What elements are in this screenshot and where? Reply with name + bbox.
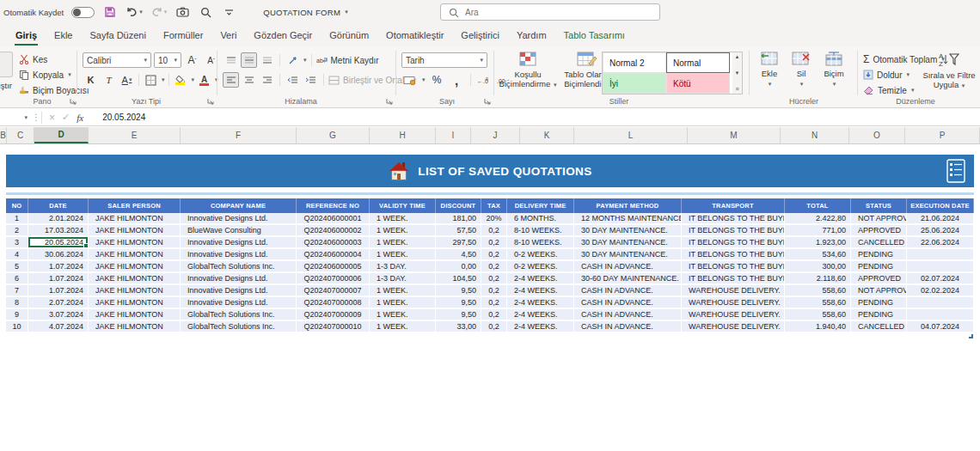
cell[interactable]: Innovative Designs Ltd. xyxy=(181,297,297,308)
cell[interactable]: 9,50 xyxy=(436,297,481,308)
gallery-down-icon[interactable]: ▼ xyxy=(735,70,740,76)
column-header-E[interactable]: E xyxy=(89,127,181,143)
cell[interactable]: WAREHOUSE DELIVERY. xyxy=(682,309,785,320)
cell[interactable]: 4.07.2024 xyxy=(28,321,89,332)
chevron-down-icon[interactable]: ▾ xyxy=(422,76,426,83)
cell[interactable]: 8 xyxy=(6,297,28,308)
cell[interactable]: GlobalTech Solutions Inc. xyxy=(181,309,297,320)
customize-qat-icon[interactable] xyxy=(221,3,236,21)
font-name-combo[interactable]: Calibri▾ xyxy=(83,52,151,68)
cell[interactable]: JAKE HILMONTON xyxy=(89,225,181,235)
cell[interactable]: 02.07.2024 xyxy=(907,273,974,283)
cell[interactable] xyxy=(907,249,974,259)
cell[interactable]: Innovative Designs Ltd. xyxy=(181,249,297,259)
cell[interactable]: 9,50 xyxy=(436,309,481,320)
cell[interactable]: 2-4 WEEKS. xyxy=(507,285,574,296)
cell[interactable]: 30-60 DAY MAINTENANCE. xyxy=(574,273,682,283)
cell[interactable]: 10 xyxy=(6,321,28,332)
styles-gallery-scrollbar[interactable]: ▲ ▼ ≡ xyxy=(732,52,743,94)
cell[interactable]: CASH IN ADVANCE. xyxy=(574,309,682,320)
tab-gözden-geçir[interactable]: Gözden Geçir xyxy=(245,26,321,46)
cell[interactable]: JAKE HILMONTON xyxy=(89,237,181,247)
cell[interactable]: 2-4 WEEKS. xyxy=(507,309,574,320)
form-panel-icon[interactable] xyxy=(946,159,965,183)
cell[interactable]: 57,50 xyxy=(436,225,481,235)
cell[interactable]: GlobalTech Solutions Inc. xyxy=(181,261,297,271)
cancel-icon[interactable]: × xyxy=(49,112,55,124)
cell[interactable]: Innovative Designs Ltd. xyxy=(181,213,297,223)
font-color-icon[interactable]: A xyxy=(196,72,212,88)
cell[interactable]: 1.07.2024 xyxy=(28,285,89,296)
cell[interactable]: IT BELONGS TO THE BUYER. xyxy=(682,213,785,223)
bold-button[interactable]: K xyxy=(83,72,99,88)
font-size-combo[interactable]: 10▾ xyxy=(154,52,181,68)
cell[interactable]: JAKE HILMONTON xyxy=(89,309,181,320)
cell[interactable]: 1 WEEK. xyxy=(370,237,436,247)
cell[interactable]: Innovative Designs Ltd. xyxy=(181,237,297,247)
th-total[interactable]: TOTAL xyxy=(785,198,851,213)
borders-icon[interactable] xyxy=(143,72,159,88)
cell[interactable]: Innovative Designs Ltd. xyxy=(181,273,297,283)
search-input[interactable]: Ara xyxy=(440,3,660,21)
column-header-N[interactable]: N xyxy=(781,127,849,143)
cell[interactable]: 0,2 xyxy=(481,285,507,296)
column-header-P[interactable]: P xyxy=(905,127,980,143)
cell[interactable]: 558,60 xyxy=(785,309,851,320)
cell[interactable]: WAREHOUSE DELIVERY. xyxy=(682,321,785,332)
cell[interactable]: 22.06.2024 xyxy=(907,237,974,247)
cell[interactable]: WAREHOUSE DELIVERY. xyxy=(682,285,785,296)
column-header-L[interactable]: L xyxy=(574,127,688,143)
column-header-B[interactable]: B xyxy=(0,127,7,143)
cell[interactable]: 1-3 DAY. xyxy=(370,273,436,283)
cell[interactable]: 17.03.2024 xyxy=(28,225,89,235)
align-middle-icon[interactable] xyxy=(241,52,257,68)
number-format-combo[interactable]: Tarih▾ xyxy=(401,52,487,68)
cell[interactable]: 297,50 xyxy=(436,237,481,247)
align-left-icon[interactable] xyxy=(223,72,239,88)
cell[interactable]: 9 xyxy=(6,309,28,320)
cell[interactable]: 0,2 xyxy=(481,297,507,308)
format-painter-button[interactable]: Biçim Boyacısı xyxy=(19,82,89,98)
cell[interactable]: Q202407000010 xyxy=(297,321,370,332)
cell[interactable]: 1 xyxy=(6,213,28,223)
cell[interactable]: WAREHOUSE DELIVERY. xyxy=(682,297,785,308)
th-date[interactable]: DATE xyxy=(28,198,89,213)
tab-geliştirici[interactable]: Geliştirici xyxy=(452,26,508,46)
cell[interactable]: 30 DAY MAINTENANCE. xyxy=(574,225,682,235)
cell[interactable]: IT BELONGS TO THE BUYER. xyxy=(682,261,785,271)
increase-decimal-icon[interactable]: ←.00 xyxy=(476,72,493,88)
cell[interactable]: 30.06.2024 xyxy=(28,249,89,259)
tab-tablo-tasarımı[interactable]: Tablo Tasarımı xyxy=(555,26,634,46)
style-i-yi[interactable]: İyi xyxy=(603,73,666,94)
cell[interactable]: 300,00 xyxy=(785,261,851,271)
cell[interactable]: CANCELLED xyxy=(851,237,907,247)
comma-style-icon[interactable]: , xyxy=(449,72,465,88)
cell[interactable]: PENDING xyxy=(851,309,907,320)
cell[interactable] xyxy=(907,297,974,308)
th-validty-time[interactable]: VALIDTY TIME xyxy=(370,198,436,213)
format-cells-button[interactable]: Biçim▾ xyxy=(817,52,851,88)
cell[interactable]: 0,00 xyxy=(436,261,481,271)
column-header-K[interactable]: K xyxy=(520,127,574,143)
cell[interactable]: 2-4 WEEKS. xyxy=(507,297,574,308)
th-payment-method[interactable]: PAYMENT METHOD xyxy=(574,198,682,213)
cell[interactable]: CASH IN ADVANCE. xyxy=(574,261,682,271)
table-resize-handle[interactable] xyxy=(969,334,973,338)
pano-dialog-launcher-icon[interactable] xyxy=(69,97,77,106)
formula-bar-handle[interactable]: ⋮ xyxy=(31,113,41,122)
cell[interactable]: 2 xyxy=(6,225,28,235)
cell[interactable]: JAKE HILMONTON xyxy=(89,261,181,271)
cell[interactable]: CASH IN ADVANCE. xyxy=(574,321,682,332)
cell[interactable]: 02.02.2024 xyxy=(907,285,974,296)
cell[interactable]: 12 MONTHS MAINTENANCE. xyxy=(574,213,682,223)
cell[interactable]: 8-10 WEEKS. xyxy=(507,225,574,235)
autosave-toggle[interactable] xyxy=(71,7,95,18)
underline-button[interactable]: A▾ xyxy=(119,72,135,88)
th-company-name[interactable]: COMPANY NAME xyxy=(181,198,297,213)
align-right-icon[interactable] xyxy=(259,72,275,88)
cell[interactable]: 2.118,60 xyxy=(785,273,851,283)
cell[interactable]: IT BELONGS TO THE BUYER. xyxy=(682,249,785,259)
cell[interactable]: JAKE HILMONTON xyxy=(89,213,181,223)
cell[interactable]: APPROVED xyxy=(851,225,907,235)
cell[interactable]: 9,50 xyxy=(436,285,481,296)
